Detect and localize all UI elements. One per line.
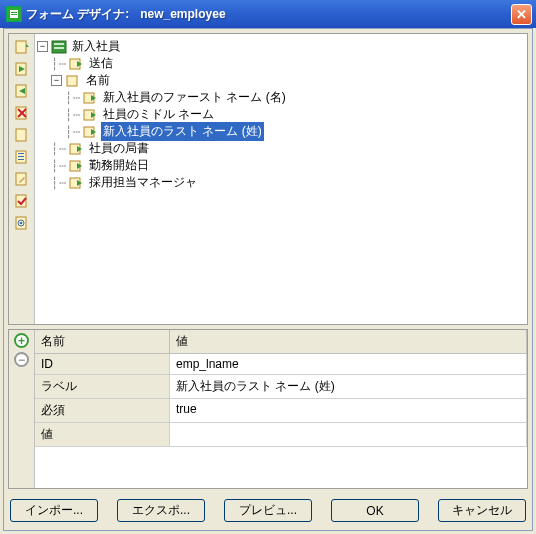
ok-button[interactable]: OK — [331, 499, 419, 522]
form-tree[interactable]: − 新入社員 ┆┄ 送信 − 名前 ┆┄ 新入社員のファースト ネーム (名) — [35, 34, 527, 324]
cancel-button[interactable]: キャンセル — [438, 499, 526, 522]
field-icon — [82, 124, 98, 140]
close-button[interactable]: ✕ — [511, 4, 532, 25]
svg-rect-3 — [16, 41, 26, 53]
add-property-button[interactable]: + — [14, 333, 29, 348]
svg-rect-9 — [16, 129, 26, 141]
titlebar: フォーム デザイナ: new_employee ✕ — [0, 0, 536, 28]
tool-new-form-icon[interactable] — [13, 38, 31, 56]
property-value[interactable]: true — [170, 399, 527, 422]
property-value[interactable] — [170, 423, 527, 446]
svg-rect-24 — [67, 76, 77, 86]
collapse-icon[interactable]: − — [51, 75, 62, 86]
tool-radio-icon[interactable] — [13, 214, 31, 232]
tool-play-icon[interactable] — [13, 60, 31, 78]
tool-pencil-icon[interactable] — [13, 170, 31, 188]
svg-rect-2 — [11, 14, 17, 15]
field-icon — [82, 90, 98, 106]
tree-item-startdate[interactable]: ┆┄ 勤務開始日 — [37, 157, 525, 174]
tree-item-manager[interactable]: ┆┄ 採用担当マネージャ — [37, 174, 525, 191]
svg-rect-20 — [54, 43, 64, 45]
col-value: 値 — [170, 330, 527, 353]
field-icon — [68, 158, 84, 174]
tool-blank-icon[interactable] — [13, 126, 31, 144]
properties-table[interactable]: 名前 値 IDemp_lnameラベル新入社員のラスト ネーム (姓)必須tru… — [35, 330, 527, 488]
client-area: − 新入社員 ┆┄ 送信 − 名前 ┆┄ 新入社員のファースト ネーム (名) — [3, 28, 533, 531]
properties-header: 名前 値 — [35, 330, 527, 354]
tool-reverse-icon[interactable] — [13, 82, 31, 100]
tree-panel: − 新入社員 ┆┄ 送信 − 名前 ┆┄ 新入社員のファースト ネーム (名) — [8, 33, 528, 325]
col-name: 名前 — [35, 330, 170, 353]
tool-list-icon[interactable] — [13, 148, 31, 166]
property-value[interactable]: emp_lname — [170, 354, 527, 374]
vertical-toolbar — [9, 34, 35, 324]
tree-item-lastname[interactable]: ┆┄ 新入社員のラスト ネーム (姓) — [37, 123, 525, 140]
property-key: 必須 — [35, 399, 170, 422]
dialog-buttons: インポー... エクスポ... プレビュ... OK キャンセル — [8, 493, 528, 526]
tree-item-firstname[interactable]: ┆┄ 新入社員のファースト ネーム (名) — [37, 89, 525, 106]
properties-toolbar: + − — [9, 330, 35, 488]
export-button[interactable]: エクスポ... — [117, 499, 205, 522]
remove-property-button[interactable]: − — [14, 352, 29, 367]
app-icon — [6, 6, 22, 22]
tree-item-department[interactable]: ┆┄ 社員の局書 — [37, 140, 525, 157]
window-title: フォーム デザイナ: new_employee — [26, 6, 511, 23]
tree-item-send[interactable]: ┆┄ 送信 — [37, 55, 525, 72]
tree-item-middlename[interactable]: ┆┄ 社員のミドル ネーム — [37, 106, 525, 123]
svg-rect-14 — [16, 173, 26, 185]
preview-button[interactable]: プレビュ... — [224, 499, 312, 522]
svg-rect-1 — [11, 12, 17, 13]
form-icon — [51, 39, 67, 55]
tool-delete-icon[interactable] — [13, 104, 31, 122]
field-icon — [68, 175, 84, 191]
group-icon — [65, 73, 81, 89]
property-value[interactable]: 新入社員のラスト ネーム (姓) — [170, 375, 527, 398]
property-row[interactable]: ラベル新入社員のラスト ネーム (姓) — [35, 375, 527, 399]
import-button[interactable]: インポー... — [10, 499, 98, 522]
tree-item-name[interactable]: − 名前 — [37, 72, 525, 89]
field-icon — [68, 141, 84, 157]
property-row[interactable]: 値 — [35, 423, 527, 447]
tree-root[interactable]: − 新入社員 — [37, 38, 525, 55]
property-key: 値 — [35, 423, 170, 446]
tool-check-icon[interactable] — [13, 192, 31, 210]
svg-rect-11 — [18, 153, 24, 154]
collapse-icon[interactable]: − — [37, 41, 48, 52]
property-key: ID — [35, 354, 170, 374]
svg-rect-13 — [18, 159, 24, 160]
property-key: ラベル — [35, 375, 170, 398]
field-icon — [82, 107, 98, 123]
action-icon — [68, 56, 84, 72]
property-row[interactable]: 必須true — [35, 399, 527, 423]
svg-point-18 — [19, 222, 22, 225]
svg-rect-12 — [18, 156, 24, 157]
properties-panel: + − 名前 値 IDemp_lnameラベル新入社員のラスト ネーム (姓)必… — [8, 329, 528, 489]
svg-rect-21 — [54, 47, 64, 49]
property-row[interactable]: IDemp_lname — [35, 354, 527, 375]
